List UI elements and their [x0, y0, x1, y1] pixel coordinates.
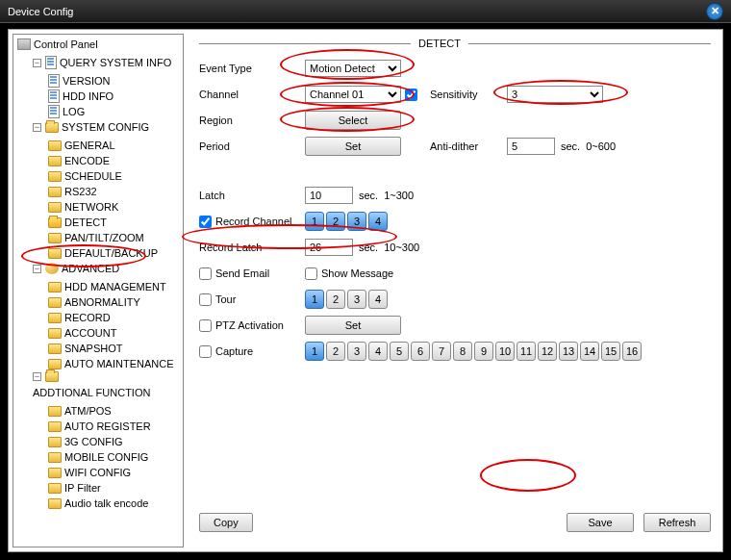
tree-group-label[interactable]: QUERY SYSTEM INFO: [60, 55, 171, 70]
combo-event-type[interactable]: Motion Detect: [305, 60, 401, 77]
page-icon: [48, 105, 60, 118]
check-channel-enable[interactable]: [405, 89, 417, 101]
tree-group-label[interactable]: ADVANCED: [62, 261, 119, 276]
channel-button-3[interactable]: 3: [347, 212, 366, 231]
tree-item-label[interactable]: VERSION: [63, 73, 111, 89]
label-send-email: Send Email: [215, 267, 269, 279]
page-icon: [48, 74, 60, 88]
check-ptz[interactable]: [199, 319, 212, 332]
label-antidither: Anti-dither: [430, 140, 507, 152]
tree-root-label[interactable]: Control Panel: [34, 37, 98, 52]
label-event-type: Event Type: [199, 63, 305, 74]
label-region: Region: [199, 115, 305, 126]
adv-icon: [45, 263, 59, 274]
channel-button-8[interactable]: 8: [453, 342, 472, 361]
channel-button-4[interactable]: 4: [368, 342, 388, 361]
label-record-latch: Record Latch: [199, 242, 305, 253]
folder-icon: [48, 248, 62, 259]
tree-item-label[interactable]: PAN/TILT/ZOOM: [64, 230, 144, 245]
button-period-set[interactable]: Set: [305, 137, 401, 156]
channel-button-4[interactable]: 4: [368, 290, 388, 309]
control-panel-icon: [17, 38, 31, 50]
page-icon: [48, 89, 60, 103]
channel-button-3[interactable]: 3: [347, 290, 366, 309]
tree-item-label[interactable]: RECORD: [64, 310, 111, 325]
expand-icon[interactable]: −: [33, 372, 41, 381]
tree-item-label[interactable]: NETWORK: [64, 199, 118, 215]
channel-button-10[interactable]: 10: [495, 342, 515, 361]
channel-button-9[interactable]: 9: [474, 342, 493, 361]
check-record-channel[interactable]: [199, 216, 212, 228]
sidebar-tree[interactable]: Control Panel−QUERY SYSTEM INFOVERSIONHD…: [13, 34, 184, 547]
tree-item-label[interactable]: DETECT: [64, 215, 107, 230]
tree-item-label[interactable]: AUTO REGISTER: [64, 419, 151, 434]
tree-item-label[interactable]: MOBILE CONFIG: [64, 449, 148, 465]
channel-button-13[interactable]: 13: [559, 342, 578, 361]
tree-item-label[interactable]: HDD INFO: [63, 89, 113, 104]
tree-item-label[interactable]: Audio talk encode: [64, 496, 148, 511]
input-latch[interactable]: [305, 187, 353, 204]
tree-group-label[interactable]: ADDTIONAL FUNCTION: [33, 385, 150, 400]
channel-button-1[interactable]: 1: [305, 212, 324, 231]
button-copy[interactable]: Copy: [199, 513, 253, 532]
tree-item-label[interactable]: SNAPSHOT: [64, 341, 123, 356]
tree-item-label[interactable]: IP Filter: [64, 480, 101, 496]
label-latch: Latch: [199, 190, 305, 201]
tree-item-label[interactable]: WIFI CONFIG: [64, 465, 131, 480]
tree-item-label[interactable]: ATM/POS: [64, 403, 112, 419]
channel-button-2[interactable]: 2: [326, 290, 345, 309]
channel-button-6[interactable]: 6: [411, 342, 430, 361]
channel-button-2[interactable]: 2: [326, 342, 345, 361]
tree-item-label[interactable]: ABNORMALITY: [64, 294, 140, 310]
channel-button-1[interactable]: 1: [305, 342, 324, 361]
channel-button-16[interactable]: 16: [622, 342, 642, 361]
folder-icon: [48, 217, 62, 228]
button-refresh[interactable]: Refresh: [643, 513, 711, 532]
check-capture[interactable]: [199, 345, 212, 358]
expand-icon[interactable]: −: [33, 59, 41, 67]
check-send-email[interactable]: [199, 267, 212, 280]
tour-channel-buttons: 1234: [305, 290, 390, 309]
button-region-select[interactable]: Select: [305, 111, 401, 130]
channel-button-11[interactable]: 11: [517, 342, 536, 361]
channel-button-7[interactable]: 7: [432, 342, 451, 361]
tree-item-label[interactable]: LOG: [63, 104, 85, 119]
channel-button-12[interactable]: 12: [538, 342, 557, 361]
channel-button-2[interactable]: 2: [326, 212, 345, 231]
folder-icon: [48, 171, 62, 182]
expand-icon[interactable]: −: [33, 123, 41, 132]
button-ptz-set[interactable]: Set: [305, 316, 401, 335]
tree-item-label[interactable]: SCHEDULE: [64, 168, 122, 184]
tree-group-label[interactable]: SYSTEM CONFIG: [62, 119, 149, 135]
channel-button-1[interactable]: 1: [305, 290, 324, 309]
input-record-latch[interactable]: [305, 239, 353, 256]
close-icon[interactable]: ✕: [706, 3, 723, 20]
tree-item-label[interactable]: RS232: [64, 184, 97, 199]
folder-icon: [48, 282, 62, 293]
tree-item-label[interactable]: 3G CONFIG: [64, 434, 123, 449]
channel-button-4[interactable]: 4: [368, 212, 388, 231]
tree-item-label[interactable]: GENERAL: [64, 138, 115, 153]
channel-button-14[interactable]: 14: [580, 342, 599, 361]
input-antidither[interactable]: [507, 138, 555, 155]
page-icon: [45, 56, 57, 69]
button-save[interactable]: Save: [567, 513, 634, 532]
tree-item-label[interactable]: HDD MANAGEMENT: [64, 279, 166, 294]
channel-button-5[interactable]: 5: [390, 342, 409, 361]
channel-button-15[interactable]: 15: [601, 342, 620, 361]
tree-item-label[interactable]: DEFAULT/BACKUP: [64, 245, 158, 261]
label-record-channel: Record Channel: [215, 216, 292, 227]
label-period: Period: [199, 140, 305, 152]
expand-icon[interactable]: −: [33, 265, 41, 273]
check-tour[interactable]: [199, 293, 212, 306]
tree-item-label[interactable]: ACCOUNT: [64, 325, 116, 341]
combo-channel[interactable]: Channel 01: [305, 86, 401, 103]
label-capture: Capture: [215, 345, 253, 357]
tree-item-label[interactable]: AUTO MAINTENANCE: [64, 356, 173, 371]
combo-sensitivity[interactable]: 3: [507, 86, 603, 103]
folder-icon: [48, 421, 62, 432]
check-show-message[interactable]: [305, 267, 317, 280]
channel-button-3[interactable]: 3: [347, 342, 366, 361]
tree-item-label[interactable]: ENCODE: [64, 153, 110, 168]
label-show-message: Show Message: [321, 267, 393, 279]
